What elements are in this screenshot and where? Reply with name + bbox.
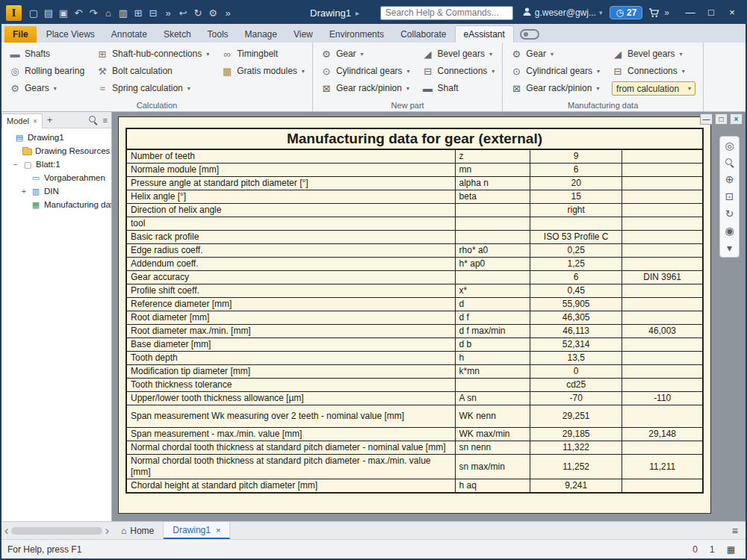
tab-environments[interactable]: Environments [321, 26, 392, 43]
look-at-icon[interactable]: ◉ [725, 225, 734, 236]
cell-desc: Pressure angle at standard pitch diamete… [126, 177, 455, 190]
expander-icon[interactable]: + [20, 187, 28, 196]
tree-item-drawing1[interactable]: ▤Drawing1 [1, 131, 111, 144]
redo-icon[interactable]: ↷ [86, 7, 101, 19]
button-rolling-bearing[interactable]: ◎Rolling bearing [9, 64, 84, 78]
button-shafts[interactable]: ▬Shafts [9, 47, 84, 60]
add-browser-tab-button[interactable]: + [43, 114, 58, 125]
minimize-doc-button[interactable]: — [700, 113, 713, 125]
tab-list-menu-icon[interactable]: ≡ [732, 525, 746, 537]
cell-sym [455, 271, 530, 284]
sheet-format-icon[interactable]: ⊞ [131, 7, 146, 19]
zoom-window-icon[interactable]: ⊡ [725, 191, 734, 202]
tab-annotate[interactable]: Annotate [103, 26, 155, 43]
tab-home[interactable]: ⌂ Home [112, 522, 164, 539]
tree-item-blatt-1[interactable]: −▢Blatt:1 [1, 158, 111, 171]
nav-wheel-icon[interactable]: ◎ [725, 140, 734, 151]
button-bolt-calculation[interactable]: ⚒Bolt calculation [96, 64, 209, 78]
chevron-down-icon: ▾ [489, 51, 492, 57]
more-views-icon[interactable]: ▾ [727, 243, 732, 253]
tab-sketch[interactable]: Sketch [155, 26, 199, 43]
tab-drawing1[interactable]: Drawing1 × [164, 522, 230, 539]
return-icon[interactable]: ↩ [176, 7, 190, 19]
button-gear[interactable]: ⚙Gear▾ [510, 47, 600, 60]
table-title: Manufacturing data for gear (external) [126, 128, 703, 149]
combo-from-calculation[interactable]: from calculation▾ [612, 81, 695, 96]
tab-place-views[interactable]: Place Views [38, 26, 103, 43]
open-file-icon[interactable]: ▤ [41, 7, 56, 19]
gears-icon: ⚙ [9, 83, 21, 94]
qat-more-icon[interactable]: » [220, 7, 235, 19]
tree-item-manufacturing-data[interactable]: ▦Manufacturing data [1, 198, 111, 211]
tree-item-drawing-resources[interactable]: Drawing Resources [1, 144, 111, 158]
browser-menu-icon[interactable]: ≡ [103, 116, 108, 125]
tab-eassistant[interactable]: eAssistant [455, 25, 514, 43]
maximize-button[interactable]: □ [701, 4, 722, 21]
materials-icon[interactable]: ▥ [116, 7, 131, 19]
button-bevel-gears[interactable]: ◢Bevel gears▾ [422, 47, 495, 60]
update-icon[interactable]: ↻ [190, 7, 205, 19]
button-gear-rack-pinion[interactable]: ⊠Gear rack/pinion▾ [510, 81, 600, 95]
close-button[interactable]: × [722, 4, 743, 21]
inventor-logo-icon[interactable]: I [6, 5, 22, 21]
cell-v2 [622, 311, 703, 325]
button-gear[interactable]: ⚙Gear▾ [320, 47, 410, 60]
new-file-icon[interactable]: ▢ [26, 7, 41, 19]
scroll-left-icon[interactable]: ‹ [4, 524, 8, 538]
close-doc-button[interactable]: × [730, 113, 743, 125]
tab-collaborate[interactable]: Collaborate [392, 26, 454, 43]
save-icon[interactable]: ▣ [56, 7, 71, 19]
title-expand-icon[interactable]: ▸ [356, 9, 359, 17]
scroll-right-icon[interactable]: › [105, 524, 109, 538]
chevron-down-icon: ▾ [599, 9, 603, 16]
button-bevel-gears[interactable]: ◢Bevel gears▾ [612, 47, 695, 60]
cell-v1: 13,5 [530, 352, 622, 365]
scrollbar-thumb[interactable] [11, 527, 102, 535]
cell-v2: 29,148 [622, 428, 703, 441]
drawing-viewport[interactable]: — □ × Manufacturing data for gear (exter… [112, 112, 746, 521]
button-connections[interactable]: ⊟Connections▾ [612, 64, 695, 78]
cart-icon[interactable] [648, 8, 660, 18]
chevron-down-icon: ▾ [302, 68, 305, 75]
copy-icon[interactable]: ⊟ [146, 7, 161, 19]
qat-overflow-icon[interactable]: » [161, 7, 176, 19]
tab-view[interactable]: View [285, 26, 321, 43]
button-shaft-hub-connections[interactable]: ⊞Shaft-hub-connections▾ [96, 47, 209, 60]
browser-hscrollbar[interactable]: ‹ › [1, 524, 112, 538]
tab-manage[interactable]: Manage [237, 26, 285, 43]
button-cylindrical-gears[interactable]: ⊙Cylindrical gears▾ [510, 64, 600, 78]
button-spring-calculation[interactable]: ≈Spring calculation▾ [96, 81, 209, 95]
browser-tab-model[interactable]: Model × [1, 113, 43, 128]
search-input[interactable] [380, 6, 513, 20]
close-icon[interactable]: × [33, 117, 37, 125]
minimize-button[interactable]: — [680, 4, 701, 21]
pan-icon[interactable]: ⊕ [725, 174, 734, 184]
close-icon[interactable]: × [216, 526, 220, 535]
button-cylindrical-gears[interactable]: ⊙Cylindrical gears▾ [320, 64, 410, 78]
home-icon[interactable]: ⌂ [101, 7, 116, 19]
tree-item-vorgaberahmen[interactable]: ▭Vorgaberahmen [1, 171, 111, 184]
zoom-icon[interactable] [725, 158, 734, 167]
tree-item-din[interactable]: +▥DIN [1, 184, 111, 198]
button-gear-rack-pinion[interactable]: ⊠Gear rack/pinion▾ [320, 81, 410, 95]
restore-doc-button[interactable]: □ [715, 113, 728, 125]
search-icon[interactable] [88, 115, 98, 125]
tools-icon[interactable]: ⚙ [205, 7, 220, 19]
orbit-icon[interactable]: ↻ [725, 208, 734, 219]
button-gratis-modules[interactable]: ▦Gratis modules▾ [221, 64, 305, 78]
tab-file[interactable]: File [4, 26, 37, 43]
grid-icon[interactable]: ▦ [727, 544, 735, 555]
button-shaft[interactable]: ▬Shaft [422, 81, 495, 95]
panel-toggle-icon[interactable] [520, 29, 539, 40]
button-label: Bevel gears [627, 49, 675, 59]
button-gears[interactable]: ⚙Gears▾ [9, 81, 84, 95]
button-timingbelt[interactable]: ∞Timingbelt [221, 47, 305, 60]
tab-tools[interactable]: Tools [199, 26, 237, 43]
trial-timer-badge[interactable]: ◷ 27 [610, 6, 642, 19]
account-menu[interactable]: g.weser@gwj... ▾ [522, 7, 603, 19]
cell-v1: 0,45 [530, 284, 622, 298]
undo-icon[interactable]: ↶ [71, 7, 86, 19]
expander-icon[interactable]: − [12, 161, 19, 169]
button-connections[interactable]: ⊟Connections▾ [422, 64, 495, 78]
titlebar-overflow-icon[interactable]: » [664, 7, 669, 18]
